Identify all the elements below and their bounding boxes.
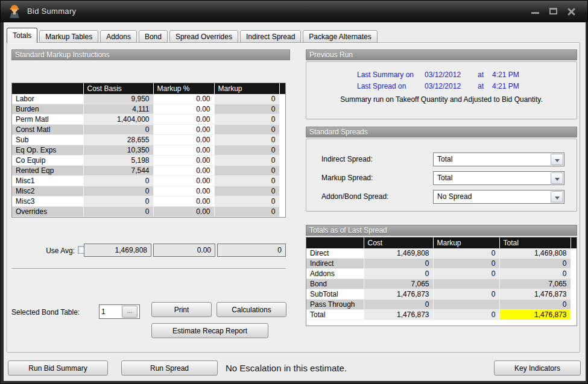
run-bid-summary-button[interactable]: Run Bid Summary xyxy=(8,360,108,376)
row-label: Total xyxy=(306,310,364,320)
row-label: Bond xyxy=(306,279,364,289)
row-label: Misc2 xyxy=(12,186,83,197)
row-label: Rented Eqp xyxy=(12,166,83,176)
col-markup: Markup xyxy=(433,238,499,248)
cost-basis-cell[interactable]: 7,544 xyxy=(83,166,153,176)
markup-cell[interactable]: 0 xyxy=(214,186,279,197)
last-spread-date: 03/12/2012 xyxy=(425,82,478,90)
cost-basis-cell[interactable]: 0 xyxy=(83,125,153,135)
last-spread-line: Last Spread on 03/12/2012 at 4:21 PM xyxy=(306,82,577,90)
key-indicators-button[interactable]: Key Indicators xyxy=(494,360,581,376)
markup-spread-value: Total xyxy=(437,172,452,184)
markup-cell[interactable]: 0 xyxy=(214,125,279,135)
markup-spread-dropdown[interactable]: Total xyxy=(433,171,564,185)
markup-cell[interactable]: 0 xyxy=(214,145,279,156)
cost-basis-cell[interactable]: 9,950 xyxy=(83,94,153,104)
table-row: Misc2 0 0.00 0 xyxy=(12,186,285,197)
table-row: Perm Matl 1,404,000 0.00 0 xyxy=(12,115,285,125)
maximize-icon[interactable] xyxy=(547,5,560,17)
bond-table-input[interactable] xyxy=(100,305,121,318)
minimize-icon[interactable] xyxy=(529,5,542,17)
markup-pct-cell[interactable]: 0.00 xyxy=(153,94,214,104)
summary-run-note: Summary run on Takeoff Quantity and Adju… xyxy=(306,95,577,104)
tab-bond[interactable]: Bond xyxy=(139,30,168,43)
table-row: Labor 9,950 0.00 0 xyxy=(12,94,285,104)
addon-bond-spread-dropdown[interactable]: No Spread xyxy=(433,190,564,204)
tab-totals[interactable]: Totals xyxy=(7,28,37,43)
table-row: Burden 4,111 0.00 0 xyxy=(12,104,285,115)
markup-cell[interactable]: 0 xyxy=(214,104,279,115)
markup-cell[interactable]: 0 xyxy=(214,207,279,217)
cost-basis-cell[interactable]: 1,404,000 xyxy=(83,115,153,125)
markup-cell[interactable]: 0 xyxy=(214,176,279,186)
tab-addons[interactable]: Addons xyxy=(100,30,137,43)
tab-package-alternates[interactable]: Package Alternates xyxy=(303,30,377,43)
separator xyxy=(11,268,286,269)
row-label: Addons xyxy=(306,269,364,279)
estimate-recap-report-button[interactable]: Estimate Recap Report xyxy=(151,323,268,338)
col-cost-basis: Cost Basis xyxy=(83,83,153,94)
last-summary-label: Last Summary on xyxy=(357,71,425,79)
print-button[interactable]: Print xyxy=(151,302,212,317)
markup-pct-cell[interactable]: 0.00 xyxy=(153,166,214,176)
markup-cell[interactable]: 0 xyxy=(214,166,279,176)
col-markup: Markup xyxy=(214,83,279,94)
indirect-spread-dropdown[interactable]: Total xyxy=(433,153,564,166)
row-label: Labor xyxy=(12,94,83,104)
table-row: Rented Eqp 7,544 0.00 0 xyxy=(12,166,285,176)
markup-cell[interactable]: 0 xyxy=(214,135,279,145)
section-header-previous-run: Previous Run xyxy=(306,49,577,60)
escalation-status-text: No Escalation in this estimate. xyxy=(226,360,347,376)
markup-pct-cell[interactable]: 0.00 xyxy=(153,135,214,145)
tab-markup-tables[interactable]: Markup Tables xyxy=(39,30,98,43)
row-label: Sub xyxy=(12,135,83,145)
markup-cell[interactable]: 0 xyxy=(214,156,279,166)
cost-basis-cell[interactable]: 5,198 xyxy=(83,156,153,166)
table-row: Bond 7,065 7,065 xyxy=(306,279,577,289)
construction-worker-icon xyxy=(7,4,22,19)
markup-pct-cell[interactable]: 0.00 xyxy=(153,197,214,207)
cost-basis-cell[interactable]: 4,111 xyxy=(83,104,153,115)
calculations-button[interactable]: Calculations xyxy=(217,302,286,317)
use-avg-label: Use Avg: xyxy=(11,247,75,255)
markup-cell[interactable]: 0 xyxy=(214,197,279,207)
chevron-down-icon[interactable] xyxy=(551,191,563,203)
addon-bond-spread-value: No Spread xyxy=(437,190,472,203)
markup-pct-cell[interactable]: 0.00 xyxy=(153,186,214,197)
markup-cell[interactable]: 0 xyxy=(214,94,279,104)
close-icon[interactable] xyxy=(565,5,578,17)
cost-basis-cell[interactable]: 10,350 xyxy=(83,145,153,156)
tab-strip: Totals Markup Tables Addons Bond Spread … xyxy=(7,28,379,43)
tab-spread-overrides[interactable]: Spread Overrides xyxy=(169,30,238,43)
row-label: Direct xyxy=(306,248,364,259)
indirect-spread-value: Total xyxy=(437,153,452,166)
row-label: Const Matl xyxy=(12,125,83,135)
markup-pct-cell[interactable]: 0.00 xyxy=(153,115,214,125)
markup-cell[interactable]: 0 xyxy=(214,115,279,125)
last-summary-time: 4:21 PM xyxy=(492,71,526,79)
markup-pct-cell[interactable]: 0.00 xyxy=(153,104,214,115)
markup-pct-cell[interactable]: 0.00 xyxy=(153,125,214,135)
table-row: Const Matl 0 0.00 0 xyxy=(12,125,285,135)
run-spread-button[interactable]: Run Spread xyxy=(121,360,218,376)
row-label: SubTotal xyxy=(306,289,364,300)
markup-pct-cell[interactable]: 0.00 xyxy=(153,156,214,166)
table-row: Overrides 0 0.00 0 xyxy=(12,207,285,217)
grand-total-highlight-cell: 1,476,873 xyxy=(499,310,571,320)
cost-basis-cell[interactable]: 0 xyxy=(83,207,153,217)
cost-basis-cell[interactable]: 28,655 xyxy=(83,135,153,145)
markup-pct-cell[interactable]: 0.00 xyxy=(153,145,214,156)
cost-basis-cell[interactable]: 0 xyxy=(83,186,153,197)
tab-indirect-spread[interactable]: Indirect Spread xyxy=(240,30,301,43)
chevron-down-icon[interactable] xyxy=(551,172,563,184)
markup-pct-cell[interactable]: 0.00 xyxy=(153,176,214,186)
window-title: Bid Summary xyxy=(27,1,76,22)
cost-basis-cell[interactable]: 0 xyxy=(83,176,153,186)
col-blank xyxy=(306,238,364,248)
markup-pct-cell[interactable]: 0.00 xyxy=(153,207,214,217)
row-label: Misc1 xyxy=(12,176,83,186)
chevron-down-icon[interactable] xyxy=(551,154,563,165)
table-row: Indirect 0 0 0 xyxy=(306,259,577,269)
browse-button[interactable]: ... xyxy=(122,306,138,318)
cost-basis-cell[interactable]: 0 xyxy=(83,197,153,207)
